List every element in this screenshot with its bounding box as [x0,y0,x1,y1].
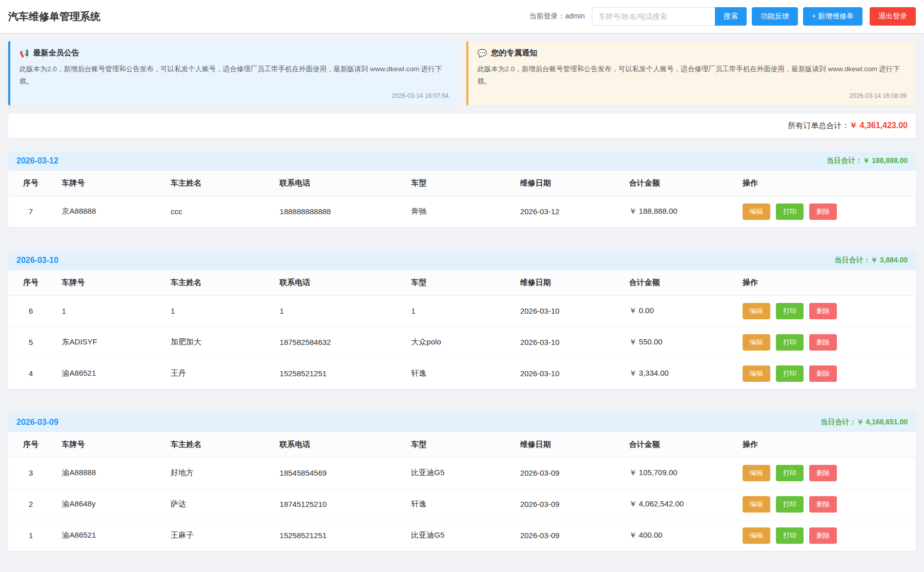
delete-button[interactable]: 删除 [809,465,837,481]
cell-phone: 1 [272,295,403,326]
cell-actions: 编辑 打印 删除 [734,457,916,488]
group-date: 2026-03-12 [16,156,58,166]
orders-table: 序号车牌号车主姓名联系电话车型维修日期合计金额操作 3 渝A88888 好地方 … [8,432,916,551]
cell-amount: ￥ 3,334.00 [621,358,734,389]
grand-total-amount: ￥ 4,361,423.00 [849,121,908,130]
cell-amount: ￥ 0.00 [621,295,734,326]
column-header: 合计金额 [621,432,734,458]
personal-notice-timestamp: 2026-03-14 16:08:09 [478,88,907,99]
daily-total-amount: ￥ 4,168,651.00 [856,418,908,426]
cell-phone: 18745125210 [272,488,403,520]
column-header: 车主姓名 [162,270,272,296]
cell-repair-date: 2026-03-10 [512,358,621,389]
cell-plate: 渝A8648y [54,488,163,520]
edit-button[interactable]: 编辑 [743,334,770,351]
cell-actions: 编辑 打印 删除 [734,295,916,326]
personal-notice-title-row: 💬 您的专属通知 [478,48,907,58]
delete-button[interactable]: 删除 [809,527,837,544]
delete-button[interactable]: 删除 [809,203,837,220]
cell-owner: 1 [162,295,272,326]
announcement-card: 📢 最新全员公告 此版本为2.0，新增后台账号管理和公告发布，可以私发个人账号，… [8,41,458,106]
group-daily-total: 当日合计：￥ 188,888.00 [827,156,908,166]
cell-plate: 渝A86521 [54,520,163,551]
cell-amount: ￥ 4,062,542.00 [621,488,734,520]
cell-actions: 编辑 打印 删除 [734,326,916,358]
table-row: 6 1 1 1 1 2026-03-10 ￥ 0.00 编辑 打印 删除 [8,295,916,326]
cell-model: 比亚迪G5 [403,520,512,551]
print-button[interactable]: 打印 [776,203,804,220]
delete-button[interactable]: 删除 [809,365,837,382]
feedback-button[interactable]: 功能反馈 [752,7,798,26]
add-repair-order-button[interactable]: + 新增维修单 [803,7,863,26]
search-input[interactable] [592,7,715,26]
cell-amount: ￥ 105,709.00 [621,457,734,488]
table-header-row: 序号车牌号车主姓名联系电话车型维修日期合计金额操作 [8,432,916,458]
cell-phone: 188888888888 [272,196,403,227]
delete-button[interactable]: 删除 [809,334,837,351]
print-button[interactable]: 打印 [776,303,804,319]
grand-total-bar: 所有订单总合计：￥ 4,361,423.00 [8,114,916,138]
logout-button[interactable]: 退出登录 [870,7,916,26]
column-header: 操作 [734,270,916,296]
edit-button[interactable]: 编辑 [743,465,770,481]
cell-phone: 15258521251 [272,358,403,389]
notices: 📢 最新全员公告 此版本为2.0，新增后台账号管理和公告发布，可以私发个人账号，… [8,41,916,106]
search-button[interactable]: 搜索 [715,7,747,26]
print-button[interactable]: 打印 [776,365,804,382]
cell-plate: 1 [54,295,163,326]
print-button[interactable]: 打印 [776,527,804,544]
orders-table: 序号车牌号车主姓名联系电话车型维修日期合计金额操作 6 1 1 1 1 2026… [8,270,916,389]
table-row: 2 渝A8648y 萨达 18745125210 轩逸 2026-03-09 ￥… [8,488,916,520]
table-header-row: 序号车牌号车主姓名联系电话车型维修日期合计金额操作 [8,171,916,196]
column-header: 合计金额 [621,270,734,296]
cell-actions: 编辑 打印 删除 [734,196,916,227]
print-button[interactable]: 打印 [776,334,804,351]
current-user: admin [565,12,585,20]
delete-button[interactable]: 删除 [809,303,837,319]
cell-model: 轩逸 [403,488,512,520]
print-button[interactable]: 打印 [776,496,804,513]
order-groups: 2026-03-12 当日合计：￥ 188,888.00 序号车牌号车主姓名联系… [0,151,924,551]
edit-button[interactable]: 编辑 [743,203,770,220]
group-date: 2026-03-09 [16,418,58,427]
table-row: 3 渝A88888 好地方 18545854569 比亚迪G5 2026-03-… [8,457,916,488]
cell-owner: 王麻子 [162,520,272,551]
table-row: 4 渝A86521 王丹 15258521251 轩逸 2026-03-10 ￥… [8,358,916,389]
daily-total-amount: ￥ 3,884.00 [871,256,908,264]
column-header: 车主姓名 [162,432,272,458]
edit-button[interactable]: 编辑 [743,496,770,513]
cell-plate: 京A88888 [54,196,163,227]
cell-phone: 15258521251 [272,520,403,551]
megaphone-icon: 📢 [19,49,29,58]
column-header: 操作 [734,432,916,458]
cell-phone: 187582584632 [272,326,403,358]
current-login: 当前登录：admin [529,12,585,21]
cell-model: 轩逸 [403,358,512,389]
column-header: 联系电话 [272,171,403,196]
group-date: 2026-03-10 [16,256,58,265]
column-header: 车型 [403,171,512,196]
group-daily-total: 当日合计：￥ 4,168,651.00 [820,418,908,427]
column-header: 车型 [403,270,512,296]
cell-amount: ￥ 400.00 [621,520,734,551]
announcement-body: 此版本为2.0，新增后台账号管理和公告发布，可以私发个人账号，适合修理厂员工带手… [19,63,449,88]
column-header: 车牌号 [54,270,163,296]
topbar: 汽车维修单管理系统 当前登录：admin 搜索 功能反馈 + 新增维修单 退出登… [0,0,924,33]
column-header: 序号 [8,432,54,458]
cell-plate: 渝A86521 [54,358,163,389]
cell-owner: 王丹 [162,358,272,389]
orders-table: 序号车牌号车主姓名联系电话车型维修日期合计金额操作 7 京A88888 ccc … [8,171,916,227]
cell-amount: ￥ 550.00 [621,326,734,358]
column-header: 维修日期 [512,270,621,296]
edit-button[interactable]: 编辑 [743,303,770,319]
daily-total-label: 当日合计： [827,156,863,165]
column-header: 车型 [403,432,512,458]
cell-seq: 6 [8,295,54,326]
delete-button[interactable]: 删除 [809,496,837,513]
edit-button[interactable]: 编辑 [743,365,770,382]
edit-button[interactable]: 编辑 [743,527,770,544]
speech-bubble-icon: 💬 [478,49,487,58]
daily-total-amount: ￥ 188,888.00 [863,156,908,165]
cell-seq: 4 [8,358,54,389]
print-button[interactable]: 打印 [776,465,804,481]
